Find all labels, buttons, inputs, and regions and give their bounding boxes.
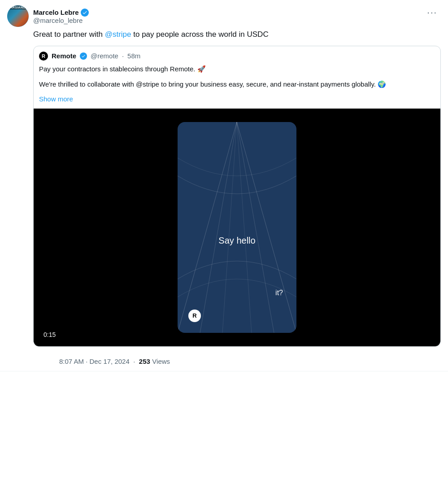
verified-badge-icon (81, 9, 89, 17)
video-card: Say hello it? R (178, 122, 296, 333)
display-name: Marcelo Lebre (33, 9, 79, 16)
quote-dot-separator: · (122, 52, 124, 60)
tweet-views-count: 253 (139, 358, 150, 365)
svg-line-2 (200, 122, 237, 333)
video-timer: 0:15 (41, 330, 58, 339)
video-card-say-hello: Say hello (218, 236, 255, 246)
quote-author-name: Remote (52, 52, 76, 60)
quote-avatar: R (39, 52, 48, 61)
video-card-logo: R (188, 310, 201, 322)
footer-dot-separator: · (133, 358, 135, 365)
svg-line-1 (237, 122, 296, 333)
video-player[interactable]: Say hello it? R 0:15 (34, 109, 440, 346)
tweet-content: Great to partner with @stripe to pay peo… (33, 29, 441, 371)
quote-paragraph-2: We're thrilled to collaborate with @stri… (39, 79, 435, 90)
tweet-text: Great to partner with @stripe to pay peo… (33, 29, 441, 40)
quote-paragraph-1: Pay your contractors in stablecoins thro… (39, 64, 435, 74)
video-card-it-text: it? (275, 289, 283, 297)
quote-time-ago: 58m (127, 52, 140, 60)
svg-line-3 (237, 122, 274, 333)
video-card-lines (178, 122, 296, 333)
avatar-watermark: PARSIANCRYPTO.COM (7, 5, 29, 9)
svg-line-0 (178, 122, 237, 333)
quote-author-handle: @remote (91, 52, 118, 60)
svg-line-5 (237, 122, 252, 333)
show-more-button[interactable]: Show more (39, 95, 73, 103)
tweet-text-after-mention: to pay people across the world in USDC (131, 30, 269, 39)
stripe-mention[interactable]: @stripe (105, 30, 131, 39)
more-options-button[interactable]: ··· (423, 5, 441, 19)
tweet: PARSIANCRYPTO.COM Marcelo Lebre @marcelo… (0, 0, 448, 371)
tweet-header: PARSIANCRYPTO.COM Marcelo Lebre @marcelo… (7, 5, 441, 27)
tweet-views-text: Views (152, 358, 170, 365)
tweet-header-left: PARSIANCRYPTO.COM Marcelo Lebre @marcelo… (7, 5, 89, 27)
display-name-row: Marcelo Lebre (33, 9, 89, 17)
quote-tweet[interactable]: R Remote @remote · 58m Pay your contract… (33, 46, 441, 347)
video-card-logo-letter: R (192, 312, 196, 319)
username: @marcelo_lebre (33, 17, 89, 24)
avatar[interactable]: PARSIANCRYPTO.COM (7, 5, 29, 27)
quote-inner: R Remote @remote · 58m Pay your contract… (34, 46, 440, 109)
quote-avatar-letter: R (42, 53, 45, 59)
user-info: Marcelo Lebre @marcelo_lebre (33, 9, 89, 24)
quote-header: R Remote @remote · 58m (39, 52, 435, 61)
tweet-timestamp: 8:07 AM · Dec 17, 2024 (59, 358, 130, 365)
svg-line-4 (222, 122, 237, 333)
quote-verified-badge-icon (80, 52, 87, 60)
tweet-footer: 8:07 AM · Dec 17, 2024 · 253 Views (59, 352, 441, 371)
tweet-text-before-mention: Great to partner with (33, 30, 105, 39)
